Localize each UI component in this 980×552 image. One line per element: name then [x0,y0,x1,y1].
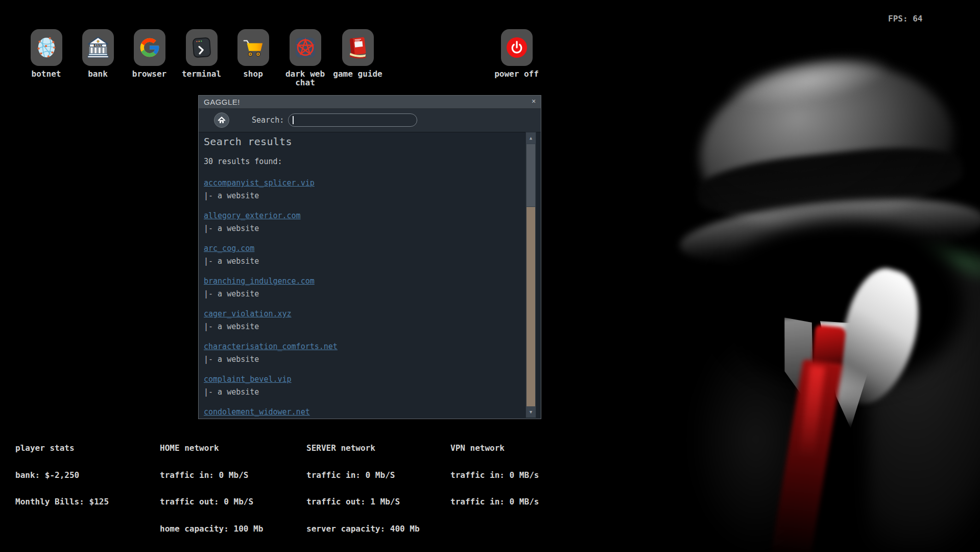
vpn-network-stats: VPN network traffic in: 0 MB/s traffic i… [450,426,539,515]
desktop-icon-browser[interactable]: browser [123,29,176,78]
stats-line: VPN network [450,444,539,453]
stats-line: traffic out: 0 Mb/S [160,497,263,507]
bank-building-icon[interactable]: BANK [82,29,114,66]
fps-counter: FPS: 64 [888,14,922,24]
player-stats: player stats bank: $-2,250 Monthly Bills… [15,426,109,515]
stats-line: SERVER network [306,444,434,453]
scrollbar[interactable]: ▲ ▼ [525,132,536,418]
icon-label: browser [123,70,176,78]
pentagram-icon[interactable] [290,29,321,66]
result-description: |- a website [204,321,520,332]
result-item: allegory_exterior.com |- a website [204,211,520,234]
stats-line: traffic in: 0 Mb/S [160,471,263,480]
result-description: |- a website [204,191,520,201]
scrollbar-thumb[interactable] [527,144,535,206]
desktop-icon-botnet[interactable]: botnet [19,29,73,78]
desktop-icon-shop[interactable]: shop [226,29,280,78]
result-link[interactable]: arc_cog.com [204,243,254,254]
server-network-stats: SERVER network traffic in: 0 Mb/S traffi… [306,426,434,552]
stats-line: traffic in: 0 MB/s [450,471,539,480]
result-description: |- a website [204,289,520,299]
result-link[interactable]: cager_violation.xyz [204,309,292,319]
close-icon[interactable]: × [529,97,538,106]
result-item: accompanyist_splicer.vip |- a website [204,178,520,201]
icon-label: bank [71,70,125,78]
result-link[interactable]: complaint_bevel.vip [204,374,292,384]
terminal-prompt-icon[interactable] [186,29,218,66]
window-titlebar[interactable]: GAGGLE! × [199,96,541,109]
stats-line: Monthly Bills: $125 [15,497,109,507]
stats-line: traffic in: 0 Mb/S [306,471,434,480]
home-button[interactable] [214,112,229,128]
icon-label: terminal [175,70,228,78]
desktop-icon-game-guide[interactable]: game guide [331,29,385,78]
icon-label: shop [226,70,280,78]
icon-label: power off [490,70,543,78]
stats-line: HOME network [160,444,263,453]
stats-line: server capacity: 400 Mb [306,524,434,534]
stats-line: bank: $-2,250 [15,471,109,480]
gaggle-window: GAGGLE! × Search: Search results 30 resu… [198,95,541,419]
result-item: arc_cog.com |- a website [204,243,520,266]
scroll-up-icon[interactable]: ▲ [526,132,536,144]
desktop-icon-power-off[interactable]: power off [490,29,543,78]
stats-line: home capacity: 100 Mb [160,524,263,534]
stats-line: traffic out: 1 Mb/S [306,497,434,507]
result-item: characterisation_comforts.net |- a websi… [204,341,520,364]
result-description: |- a website [204,256,520,266]
scroll-down-icon[interactable]: ▼ [526,406,536,418]
window-toolbar: Search: [199,109,541,132]
result-item: complaint_bevel.vip |- a website [204,374,520,397]
result-item: condolement_widower.net |- a website [204,407,520,419]
result-item: branching_indulgence.com |- a website [204,276,520,299]
result-item: cager_violation.xyz |- a website [204,309,520,332]
search-label: Search: [252,109,284,132]
results-count: 30 results found: [204,156,520,167]
result-link[interactable]: characterisation_comforts.net [204,341,338,352]
result-link[interactable]: branching_indulgence.com [204,276,315,286]
result-link[interactable]: condolement_widower.net [204,407,310,417]
shopping-cart-icon[interactable] [237,29,269,66]
google-g-icon[interactable] [134,29,165,66]
red-book-icon[interactable] [342,29,374,66]
network-globe-icon[interactable] [31,29,62,66]
window-title: GAGGLE! [204,96,240,108]
home-icon [217,115,227,125]
icon-label: dark web chat [278,70,332,87]
desktop-icon-bank[interactable]: BANK bank [71,29,125,78]
result-link[interactable]: accompanyist_splicer.vip [204,178,315,188]
text-cursor [293,116,294,124]
stats-line: traffic in: 0 MB/s [450,497,539,507]
stats-line: player stats [15,444,109,453]
home-network-stats: HOME network traffic in: 0 Mb/S traffic … [160,426,263,542]
result-link[interactable]: allegory_exterior.com [204,211,301,221]
results-heading: Search results [204,135,520,148]
result-description: |- a website [204,387,520,397]
icon-label: game guide [331,70,385,78]
scrollbar-track[interactable] [527,207,535,406]
result-description: |- a website [204,223,520,234]
desktop-icon-dark-web-chat[interactable]: dark web chat [278,29,332,87]
desktop-icon-terminal[interactable]: terminal [175,29,228,78]
icon-label: botnet [19,70,73,78]
svg-text:BANK: BANK [93,44,103,47]
search-results-panel: Search results 30 results found: accompa… [199,132,541,419]
power-icon[interactable] [501,29,533,66]
search-input[interactable] [288,113,417,127]
result-description: |- a website [204,354,520,364]
